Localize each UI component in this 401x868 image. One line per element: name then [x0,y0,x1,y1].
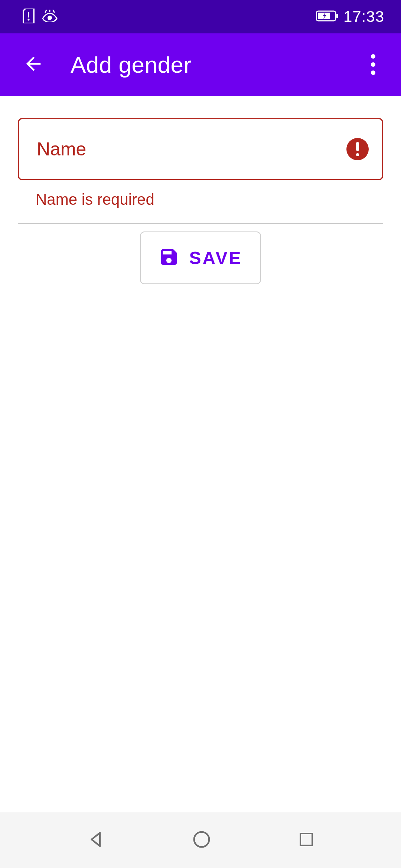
status-time: 17:33 [343,8,384,26]
sd-warning-icon [22,9,35,25]
name-input-label: Name [37,138,86,160]
navigation-bar [0,812,401,868]
save-button-label: SAVE [189,248,242,268]
svg-point-2 [48,16,52,20]
battery-icon [316,10,340,23]
name-error-text: Name is required [18,180,383,219]
page-title: Add gender [71,52,356,78]
eye-icon [42,10,58,24]
divider [18,223,383,224]
error-icon [346,138,369,160]
arrow-back-icon [23,53,44,76]
svg-line-3 [45,10,46,12]
overflow-dot-icon [371,62,375,67]
status-bar: 17:33 [0,0,401,33]
nav-back-icon [86,829,106,851]
name-field-wrapper: Name Name is required [18,118,383,224]
svg-point-1 [27,19,29,20]
svg-point-9 [194,832,209,847]
actions-row: SAVE [18,231,383,284]
overflow-dot-icon [371,54,375,59]
save-icon [159,247,179,269]
svg-rect-7 [336,14,338,18]
name-input[interactable]: Name [18,118,383,180]
nav-recent-icon [297,831,315,850]
back-button[interactable] [17,48,50,81]
svg-line-5 [53,10,54,12]
nav-back-button[interactable] [86,829,106,851]
content-area: Name Name is required SAVE [0,96,401,284]
nav-recent-button[interactable] [297,831,315,850]
status-left-icons [22,9,58,25]
overflow-menu-button[interactable] [356,48,390,81]
nav-home-icon [192,829,212,851]
svg-rect-10 [300,834,312,845]
overflow-dot-icon [371,70,375,75]
app-bar: Add gender [0,33,401,96]
save-button[interactable]: SAVE [140,231,261,284]
status-right: 17:33 [316,8,384,26]
nav-home-button[interactable] [192,829,212,851]
